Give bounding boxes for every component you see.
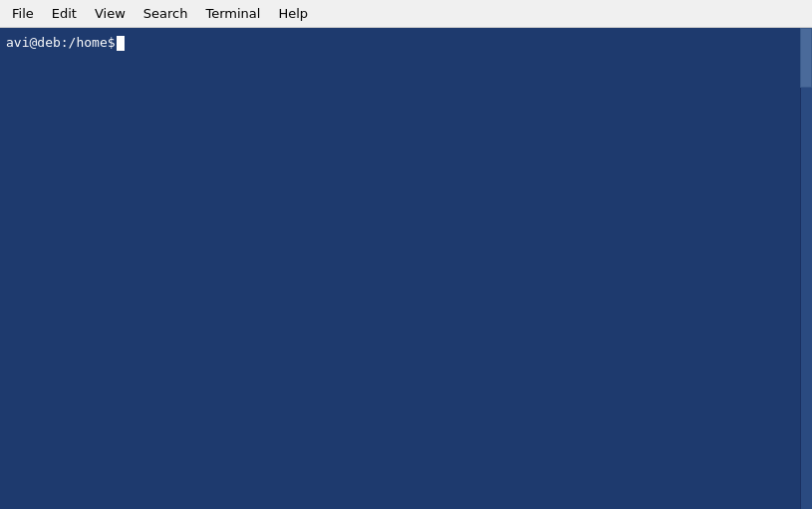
menu-file[interactable]: File: [4, 3, 42, 24]
prompt-line: avi@deb:/home$: [6, 34, 806, 52]
prompt-text: avi@deb:/home$: [6, 34, 116, 52]
menu-terminal[interactable]: Terminal: [197, 3, 268, 24]
menubar: File Edit View Search Terminal Help: [0, 0, 812, 28]
menu-edit[interactable]: Edit: [44, 3, 85, 24]
menu-help[interactable]: Help: [270, 3, 316, 24]
menu-search[interactable]: Search: [135, 3, 196, 24]
terminal-cursor: [117, 36, 125, 51]
terminal-body[interactable]: avi@deb:/home$: [0, 28, 812, 509]
scrollbar-thumb[interactable]: [800, 28, 812, 88]
scrollbar[interactable]: [800, 28, 812, 509]
menu-view[interactable]: View: [87, 3, 134, 24]
